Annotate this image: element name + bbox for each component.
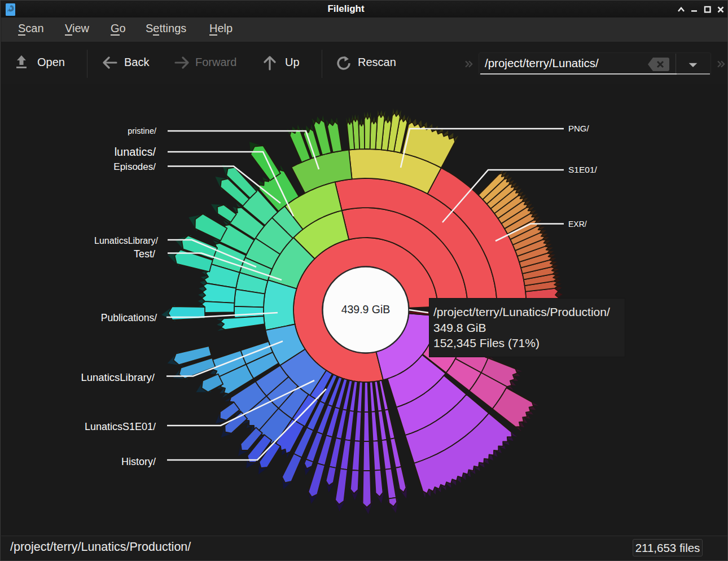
svg-text:Episodes/: Episodes/ — [113, 161, 156, 172]
svg-text:S1E01/: S1E01/ — [568, 165, 598, 174]
svg-text:LunaticsS1E01/: LunaticsS1E01/ — [85, 421, 156, 432]
svg-text:LunaticsLibrary/: LunaticsLibrary/ — [81, 371, 155, 383]
svg-text:lunatics/: lunatics/ — [115, 146, 156, 158]
svg-text:LunaticsLibrary/: LunaticsLibrary/ — [94, 236, 159, 246]
svg-text:439.9 GiB: 439.9 GiB — [341, 303, 391, 315]
svg-text:EXR/: EXR/ — [568, 220, 587, 229]
svg-text:Test/: Test/ — [134, 248, 155, 260]
svg-text:History/: History/ — [121, 456, 156, 467]
svg-text:pristine/: pristine/ — [128, 126, 157, 135]
svg-text:PNG/: PNG/ — [568, 124, 590, 133]
svg-text:Publications/: Publications/ — [101, 312, 157, 323]
